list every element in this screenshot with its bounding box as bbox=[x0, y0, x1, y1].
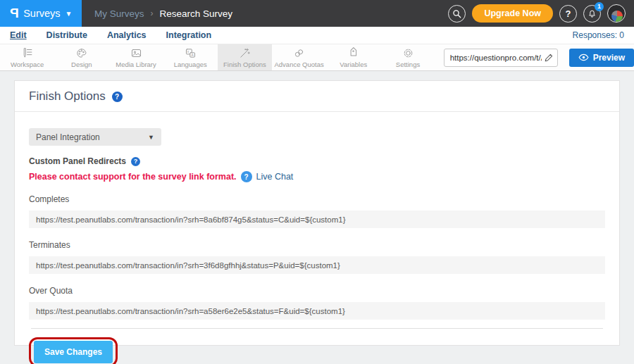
chain-links-icon bbox=[292, 47, 306, 59]
breadcrumb-separator-icon: › bbox=[151, 8, 154, 18]
product-menu-label: Surveys bbox=[23, 8, 60, 19]
live-chat-link[interactable]: Live Chat bbox=[256, 172, 294, 182]
design-palette-icon bbox=[75, 47, 88, 59]
svg-text:x: x bbox=[187, 50, 189, 54]
tab-integration[interactable]: Integration bbox=[166, 30, 212, 40]
toolbar-item-media-library[interactable]: Media Library bbox=[108, 44, 163, 70]
search-button[interactable] bbox=[448, 5, 466, 23]
support-warning-row: Please contact support for the survey li… bbox=[29, 171, 605, 182]
page-title: Finish Options bbox=[29, 89, 106, 103]
toolbar-item-settings[interactable]: Settings bbox=[380, 44, 435, 70]
gear-icon bbox=[402, 47, 415, 59]
chevron-down-icon: ▼ bbox=[66, 10, 73, 18]
questionpro-logo-icon: P bbox=[10, 6, 19, 21]
toolbar-item-languages[interactable]: xA Languages bbox=[163, 44, 218, 70]
terminates-label: Terminates bbox=[29, 240, 605, 250]
over-quota-url-input[interactable] bbox=[29, 302, 605, 320]
workspace-icon bbox=[20, 47, 34, 59]
panel-body: Panel Integration ▼ Custom Panel Redirec… bbox=[15, 112, 619, 364]
app-window: P Surveys ▼ My Surveys › Research Survey… bbox=[0, 0, 634, 364]
finish-options-help-icon[interactable]: ? bbox=[112, 92, 123, 102]
edit-toolbar: Workspace Design Media Library xA Langua… bbox=[0, 44, 634, 71]
tab-edit[interactable]: Edit bbox=[10, 30, 27, 40]
completes-url-input[interactable] bbox=[29, 211, 605, 228]
translate-icon: xA bbox=[184, 47, 197, 59]
survey-url-area: Preview bbox=[444, 44, 634, 70]
save-area: Save Changes bbox=[29, 337, 118, 364]
support-warning-text: Please contact support for the survey li… bbox=[29, 172, 237, 182]
help-icon: ? bbox=[566, 8, 571, 19]
tab-distribute[interactable]: Distribute bbox=[46, 30, 87, 40]
toolbar-item-variables[interactable]: Variables bbox=[326, 44, 380, 70]
header-actions: Upgrade Now ? 1 bbox=[448, 4, 634, 23]
save-changes-button[interactable]: Save Changes bbox=[34, 341, 113, 363]
footer-divider bbox=[31, 328, 603, 329]
over-quota-field-group: Over Quota bbox=[29, 286, 605, 320]
toolbar-item-design[interactable]: Design bbox=[54, 44, 108, 70]
eye-icon bbox=[578, 54, 589, 61]
upgrade-now-button[interactable]: Upgrade Now bbox=[472, 4, 553, 23]
panel-header: Finish Options ? bbox=[15, 81, 619, 112]
magic-wand-icon bbox=[238, 47, 251, 59]
panel-integration-select[interactable]: Panel Integration ▼ bbox=[29, 128, 161, 146]
toolbar-item-workspace[interactable]: Workspace bbox=[0, 44, 54, 70]
bell-icon bbox=[588, 9, 597, 18]
notifications-button[interactable]: 1 bbox=[583, 5, 601, 23]
notification-badge: 1 bbox=[595, 2, 604, 11]
tag-icon bbox=[347, 47, 360, 59]
avatar[interactable] bbox=[607, 4, 626, 23]
tab-analytics[interactable]: Analytics bbox=[107, 30, 147, 40]
completes-field-group: Completes bbox=[29, 194, 605, 228]
edit-pencil-icon[interactable] bbox=[544, 52, 554, 63]
survey-url-input[interactable] bbox=[444, 49, 558, 67]
terminates-field-group: Terminates bbox=[29, 240, 605, 274]
responses-count: Responses: 0 bbox=[573, 30, 624, 40]
over-quota-label: Over Quota bbox=[29, 286, 605, 296]
live-chat-help-icon[interactable]: ? bbox=[241, 171, 252, 182]
help-button[interactable]: ? bbox=[559, 5, 577, 23]
search-icon bbox=[452, 9, 461, 18]
terminates-url-input[interactable] bbox=[29, 256, 605, 274]
top-header-bar: P Surveys ▼ My Surveys › Research Survey… bbox=[0, 0, 634, 27]
toolbar-item-finish-options[interactable]: Finish Options bbox=[218, 44, 272, 70]
product-menu[interactable]: P Surveys ▼ bbox=[0, 0, 82, 27]
page-content: Finish Options ? Panel Integration ▼ Cus… bbox=[0, 71, 634, 346]
breadcrumb-my-surveys[interactable]: My Surveys bbox=[94, 8, 144, 19]
breadcrumb: My Surveys › Research Survey bbox=[94, 8, 232, 19]
chevron-down-icon: ▼ bbox=[148, 134, 154, 141]
toolbar-item-advance-quotas[interactable]: Advance Quotas bbox=[272, 44, 326, 70]
custom-panel-redirects-heading: Custom Panel Redirects ? bbox=[29, 156, 605, 166]
completes-label: Completes bbox=[29, 194, 605, 204]
preview-button[interactable]: Preview bbox=[569, 49, 634, 67]
survey-nav-tabs: Edit Distribute Analytics Integration Re… bbox=[0, 27, 634, 44]
finish-options-panel: Finish Options ? Panel Integration ▼ Cus… bbox=[14, 80, 620, 346]
breadcrumb-current-survey: Research Survey bbox=[160, 8, 233, 19]
redirects-help-icon[interactable]: ? bbox=[131, 157, 140, 166]
media-image-icon bbox=[130, 47, 143, 59]
